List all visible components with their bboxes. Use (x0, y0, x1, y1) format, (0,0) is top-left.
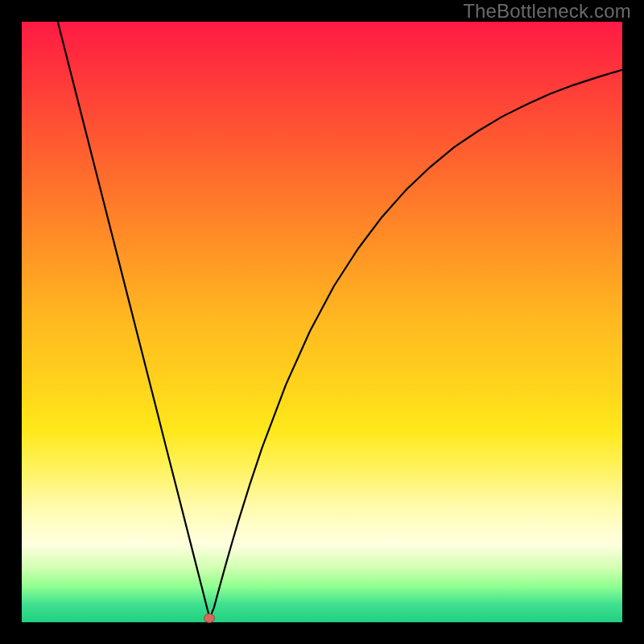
chart-frame: TheBottleneck.com (0, 0, 644, 644)
bottleneck-curve (58, 22, 622, 618)
minimum-marker (204, 613, 215, 623)
watermark: TheBottleneck.com (463, 0, 631, 23)
curve-svg (22, 22, 622, 622)
plot-area (22, 22, 622, 622)
